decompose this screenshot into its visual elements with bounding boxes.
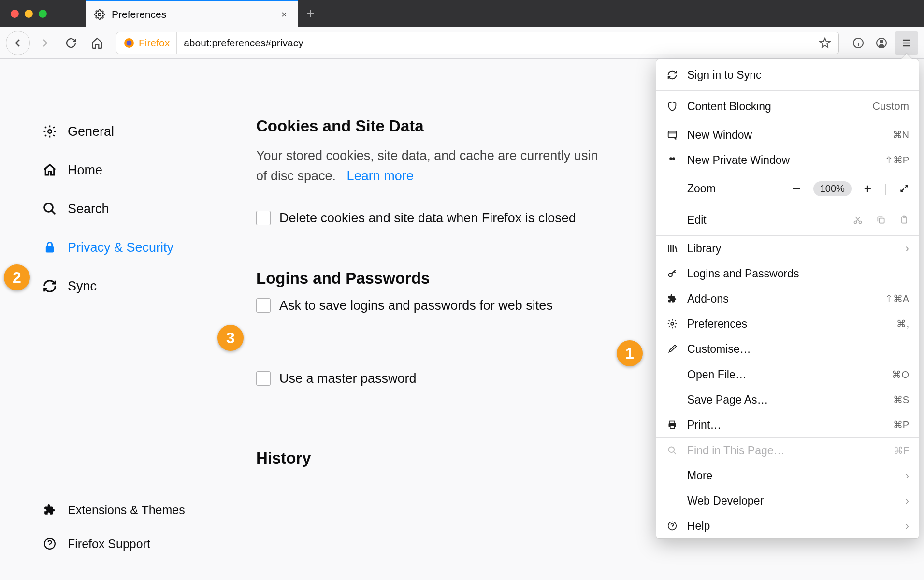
sidebar-label: Privacy & Security xyxy=(68,240,173,255)
zoom-in-button[interactable]: + xyxy=(864,181,871,196)
close-window-button[interactable] xyxy=(11,10,19,18)
chevron-right-icon: › xyxy=(905,494,909,508)
fullscreen-button[interactable] xyxy=(899,184,909,193)
bookmark-star-button[interactable] xyxy=(811,37,838,49)
print-icon xyxy=(666,420,679,430)
menu-more[interactable]: More › xyxy=(656,463,919,488)
master-password-label: Use a master password xyxy=(279,371,417,386)
forward-button[interactable] xyxy=(34,32,56,54)
identity-box[interactable]: Firefox xyxy=(116,32,177,54)
mask-icon xyxy=(666,157,679,163)
menu-library[interactable]: Library › xyxy=(656,236,919,261)
tab-strip: Preferences xyxy=(86,0,322,27)
sync-icon xyxy=(666,70,679,80)
learn-more-link[interactable]: Learn more xyxy=(347,169,414,183)
app-menu-button[interactable] xyxy=(895,31,918,55)
menu-addons[interactable]: Add-ons ⇧⌘A xyxy=(656,286,919,311)
nav-toolbar: Firefox about:preferences#privacy xyxy=(0,27,924,59)
chevron-right-icon: › xyxy=(905,469,909,482)
sidebar-label: Home xyxy=(68,163,102,178)
zoom-out-button[interactable]: − xyxy=(792,180,801,197)
delete-cookies-label: Delete cookies and site data when Firefo… xyxy=(279,211,576,226)
minimize-window-button[interactable] xyxy=(25,10,33,18)
master-password-checkbox[interactable] xyxy=(256,371,271,386)
cut-button[interactable] xyxy=(853,215,863,225)
menu-content-blocking[interactable]: Content Blocking Custom xyxy=(656,91,919,122)
copy-button[interactable] xyxy=(876,215,886,225)
sidebar-item-sync[interactable]: Sync xyxy=(39,267,242,305)
svg-point-0 xyxy=(98,13,101,16)
sidebar-label: Sync xyxy=(68,279,97,294)
close-tab-button[interactable] xyxy=(279,9,289,20)
preferences-sidebar: General Home Search Privacy & Security S… xyxy=(0,59,242,580)
reload-button[interactable] xyxy=(60,32,82,54)
delete-cookies-checkbox[interactable] xyxy=(256,211,271,225)
sidebar-item-home[interactable]: Home xyxy=(39,151,242,189)
back-button[interactable] xyxy=(6,31,30,55)
url-bar[interactable]: Firefox about:preferences#privacy xyxy=(116,32,839,54)
url-text: about:preferences#privacy xyxy=(177,37,811,49)
home-button[interactable] xyxy=(86,32,108,54)
svg-point-24 xyxy=(669,447,675,453)
menu-customise[interactable]: Customise… xyxy=(656,336,919,362)
lock-icon xyxy=(42,241,58,254)
new-tab-button[interactable] xyxy=(298,0,322,27)
sidebar-item-privacy[interactable]: Privacy & Security xyxy=(39,228,242,267)
paste-button[interactable] xyxy=(899,215,909,225)
chevron-right-icon: › xyxy=(905,520,909,533)
menu-print[interactable]: Print… ⌘P xyxy=(656,412,919,437)
info-icon[interactable] xyxy=(847,31,870,55)
menu-preferences[interactable]: Preferences ⌘, xyxy=(656,311,919,336)
menu-web-developer[interactable]: Web Developer › xyxy=(656,488,919,513)
menu-open-file[interactable]: Open File… ⌘O xyxy=(656,362,919,387)
menu-pointer xyxy=(901,54,912,59)
menu-zoom: Zoom − 100% + | xyxy=(656,173,919,204)
chevron-right-icon: › xyxy=(905,242,909,255)
identity-label: Firefox xyxy=(139,37,170,49)
svg-rect-13 xyxy=(671,158,673,159)
zoom-level[interactable]: 100% xyxy=(813,181,852,196)
sidebar-item-extensions[interactable]: Extensions & Themes xyxy=(39,493,242,527)
ask-save-logins-checkbox[interactable] xyxy=(256,298,271,313)
menu-find[interactable]: Find in This Page… ⌘F xyxy=(656,438,919,463)
library-icon xyxy=(666,243,679,254)
sidebar-item-general[interactable]: General xyxy=(39,112,242,151)
svg-point-20 xyxy=(671,322,674,325)
menu-save-page[interactable]: Save Page As… ⌘S xyxy=(656,387,919,412)
app-menu: Sign in to Sync Content Blocking Custom … xyxy=(656,59,919,539)
search-icon xyxy=(666,446,679,455)
gear-icon xyxy=(42,124,58,139)
svg-rect-16 xyxy=(880,218,884,223)
puzzle-icon xyxy=(42,504,58,516)
sidebar-label: Extensions & Themes xyxy=(68,503,185,517)
search-icon xyxy=(42,202,58,216)
svg-rect-8 xyxy=(46,246,54,253)
svg-point-19 xyxy=(669,273,672,276)
gear-icon xyxy=(666,319,679,329)
maximize-window-button[interactable] xyxy=(39,10,47,18)
svg-point-7 xyxy=(44,203,53,212)
account-icon[interactable] xyxy=(870,31,893,55)
sidebar-item-search[interactable]: Search xyxy=(39,189,242,228)
puzzle-icon xyxy=(666,294,679,304)
window-controls xyxy=(0,10,47,18)
ask-save-logins-label: Ask to save logins and passwords for web… xyxy=(279,298,553,313)
gear-icon xyxy=(94,9,105,20)
svg-point-6 xyxy=(48,130,52,133)
menu-help[interactable]: Help › xyxy=(656,513,919,538)
key-icon xyxy=(666,268,679,279)
paintbrush-icon xyxy=(666,344,679,354)
sync-icon xyxy=(42,279,58,293)
help-icon xyxy=(666,521,679,531)
menu-private-window[interactable]: New Private Window ⇧⌘P xyxy=(656,147,919,173)
tab-title: Preferences xyxy=(112,9,272,20)
tab-preferences[interactable]: Preferences xyxy=(86,0,298,27)
svg-rect-23 xyxy=(670,426,674,429)
menu-sign-in[interactable]: Sign in to Sync xyxy=(656,59,919,90)
svg-point-2 xyxy=(127,40,132,45)
sidebar-label: Firefox Support xyxy=(68,537,150,551)
menu-new-window[interactable]: New Window ⌘N xyxy=(656,122,919,147)
sidebar-label: General xyxy=(68,124,114,139)
menu-logins[interactable]: Logins and Passwords xyxy=(656,261,919,286)
sidebar-item-support[interactable]: Firefox Support xyxy=(39,527,242,561)
